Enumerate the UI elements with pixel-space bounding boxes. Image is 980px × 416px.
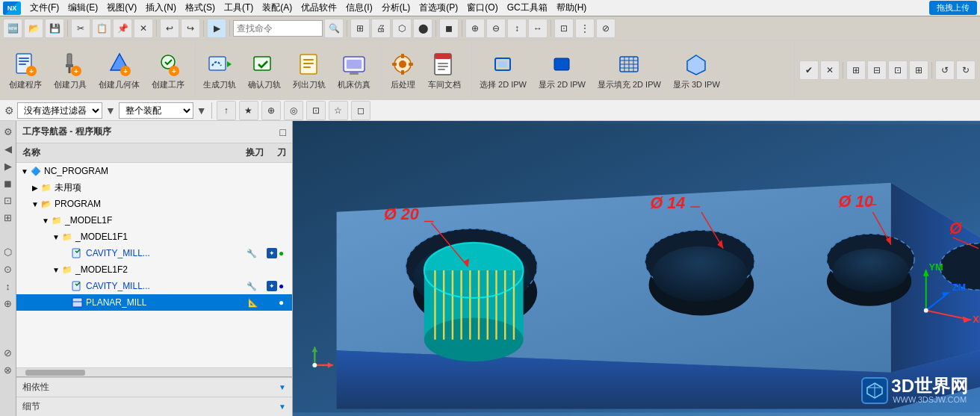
show-2d-fill-ipw-button[interactable]: 显示填充 2D IPW bbox=[593, 48, 666, 93]
undo-button[interactable]: ↩ bbox=[160, 19, 179, 38]
sidebar-icon-1[interactable]: ⚙ bbox=[1, 124, 16, 139]
panel-close-button[interactable]: □ bbox=[280, 126, 286, 138]
viewport[interactable]: Ø 20 Ø 14 Ø 10 Ø YM ZM bbox=[293, 121, 980, 416]
right-tb-btn1[interactable]: ✔ bbox=[799, 60, 819, 80]
open-button[interactable]: 📂 bbox=[24, 19, 43, 38]
expand-nc-program[interactable]: ▼ bbox=[19, 167, 30, 176]
expand-program[interactable]: ▼ bbox=[30, 200, 40, 208]
redo-button[interactable]: ↪ bbox=[181, 19, 200, 38]
tree-item-model1f2[interactable]: ▼ 📁 _MODEL1F2 bbox=[16, 261, 292, 278]
right-tb-btn8[interactable]: ↻ bbox=[956, 60, 976, 80]
machine-simulation-button[interactable]: 机床仿真 bbox=[333, 48, 375, 93]
view-btn4[interactable]: ⬤ bbox=[413, 19, 432, 38]
menu-info[interactable]: 信息(I) bbox=[341, 0, 376, 16]
right-tb-btn2[interactable]: ✕ bbox=[820, 60, 840, 80]
sidebar-icon-4[interactable]: ◼ bbox=[1, 176, 16, 190]
tree-item-model1f1[interactable]: ▼ 📁 _MODEL1F1 bbox=[16, 229, 292, 245]
filter-btn4[interactable]: ◎ bbox=[284, 101, 303, 120]
sidebar-icon-2[interactable]: ◀ bbox=[1, 141, 16, 156]
filter-btn5[interactable]: ⊡ bbox=[306, 101, 326, 120]
sidebar-icon-12[interactable]: ⊗ bbox=[1, 362, 16, 377]
expand-model1f[interactable]: ▼ bbox=[40, 217, 51, 225]
snap-btn1[interactable]: ⊡ bbox=[554, 19, 574, 38]
tree-item-cavity1[interactable]: CAVITY_MILL... 🔧 ✦ ● bbox=[16, 245, 292, 261]
filter-select[interactable]: 没有选择过滤器 bbox=[17, 102, 102, 119]
menu-view[interactable]: 视图(V) bbox=[102, 0, 141, 16]
list-toolpath-button[interactable]: 列出刀轨 bbox=[288, 48, 330, 93]
snap-btn2[interactable]: ⋮ bbox=[575, 19, 595, 38]
detail-tab[interactable]: 细节 ▼ bbox=[16, 397, 292, 416]
filter-btn1[interactable]: ↑ bbox=[217, 101, 236, 120]
select-2d-ipw-button[interactable]: 选择 2D IPW bbox=[475, 48, 531, 93]
create-geometry-button[interactable]: + 创建几何体 bbox=[94, 48, 144, 93]
filter-btn2[interactable]: ★ bbox=[239, 101, 258, 120]
menu-tools[interactable]: 工具(T) bbox=[220, 0, 258, 16]
view-btn5[interactable]: ◼ bbox=[439, 19, 459, 38]
paste-button[interactable]: 📌 bbox=[113, 19, 132, 38]
create-program-button[interactable]: + 创建程序 bbox=[4, 48, 46, 93]
scrollbar-thumb[interactable] bbox=[25, 370, 85, 376]
create-operation-button[interactable]: + 创建工序 bbox=[147, 48, 189, 93]
filter-btn3[interactable]: ⊕ bbox=[261, 101, 281, 120]
show-2d-ipw-button[interactable]: 显示 2D IPW bbox=[534, 48, 590, 93]
show-3d-ipw-button[interactable]: 显示 3D IPW bbox=[669, 48, 725, 93]
menu-analysis[interactable]: 分析(L) bbox=[377, 0, 415, 16]
save-button[interactable]: 💾 bbox=[45, 19, 64, 38]
copy-button[interactable]: 📋 bbox=[92, 19, 111, 38]
sidebar-icon-5[interactable]: ⊡ bbox=[1, 193, 16, 208]
menu-gctoolbox[interactable]: GC工具箱 bbox=[503, 0, 552, 16]
sidebar-icon-7[interactable]: ⬡ bbox=[1, 244, 16, 259]
view-btn9[interactable]: ↔ bbox=[528, 19, 548, 38]
sidebar-icon-8[interactable]: ⊙ bbox=[1, 261, 16, 276]
tree-item-nc-program[interactable]: ▼ 🔷 NC_PROGRAM bbox=[16, 163, 292, 179]
menu-preferences[interactable]: 首选项(P) bbox=[415, 0, 462, 16]
snap-btn3[interactable]: ⊘ bbox=[596, 19, 615, 38]
menu-edit[interactable]: 编辑(E) bbox=[63, 0, 102, 16]
expand-model1f2[interactable]: ▼ bbox=[51, 266, 61, 274]
sidebar-icon-10[interactable]: ⊕ bbox=[1, 296, 16, 311]
view-btn8[interactable]: ↕ bbox=[507, 19, 527, 38]
menu-file[interactable]: 文件(F) bbox=[25, 0, 63, 16]
generate-toolpath-button[interactable]: 生成刀轨 bbox=[199, 48, 241, 93]
filter-btn7[interactable]: ◻ bbox=[351, 101, 370, 120]
select-button[interactable]: ▶ bbox=[207, 19, 226, 38]
sidebar-icon-9[interactable]: ↕ bbox=[1, 279, 16, 294]
right-tb-btn3[interactable]: ⊞ bbox=[846, 60, 866, 80]
tree-item-unused[interactable]: ▶ 📁 未用项 bbox=[16, 179, 292, 196]
dependency-tab[interactable]: 相依性 ▼ bbox=[16, 377, 292, 397]
menu-window[interactable]: 窗口(O) bbox=[462, 0, 502, 16]
right-tb-btn6[interactable]: ⊞ bbox=[909, 60, 928, 80]
cut-button[interactable]: ✂ bbox=[71, 19, 90, 38]
menu-assembly[interactable]: 装配(A) bbox=[258, 0, 297, 16]
settings-icon[interactable]: ⚙ bbox=[4, 105, 14, 117]
filter-btn6[interactable]: ☆ bbox=[329, 101, 348, 120]
view-btn6[interactable]: ⊕ bbox=[465, 19, 485, 38]
tree-scrollbar[interactable] bbox=[16, 367, 292, 376]
tree-item-cavity2[interactable]: CAVITY_MILL... 🔧 ✦ ● bbox=[16, 278, 292, 294]
shop-doc-button[interactable]: 车间文档 bbox=[424, 48, 465, 93]
verify-toolpath-button[interactable]: 确认刀轨 bbox=[244, 48, 285, 93]
expand-model1f1[interactable]: ▼ bbox=[51, 233, 61, 241]
expand-unused[interactable]: ▶ bbox=[30, 184, 40, 192]
menu-insert[interactable]: 插入(N) bbox=[141, 0, 181, 16]
menu-premium[interactable]: 优品软件 bbox=[297, 0, 341, 16]
dropdown-icon[interactable]: ▼ bbox=[105, 105, 116, 117]
post-process-button[interactable]: 后处理 bbox=[385, 48, 421, 93]
menu-format[interactable]: 格式(S) bbox=[181, 0, 220, 16]
sidebar-icon-3[interactable]: ▶ bbox=[1, 158, 16, 173]
right-tb-btn5[interactable]: ⊡ bbox=[888, 60, 908, 80]
right-tb-btn4[interactable]: ⊟ bbox=[867, 60, 887, 80]
right-tb-btn7[interactable]: ↺ bbox=[935, 60, 955, 80]
tree-item-planar[interactable]: PLANAR_MILL 📐 ● bbox=[16, 294, 292, 311]
view-btn2[interactable]: 🖨 bbox=[371, 19, 391, 38]
assembly-dropdown-icon[interactable]: ▼ bbox=[196, 105, 207, 117]
view-btn1[interactable]: ⊞ bbox=[350, 19, 370, 38]
delete-button[interactable]: ✕ bbox=[134, 19, 153, 38]
sidebar-icon-11[interactable]: ⊘ bbox=[1, 345, 16, 360]
sidebar-icon-6[interactable]: ⊞ bbox=[1, 210, 16, 225]
search-icon[interactable]: 🔍 bbox=[324, 19, 344, 38]
create-tool-button[interactable]: + 创建刀具 bbox=[49, 48, 91, 93]
search-input[interactable] bbox=[233, 20, 323, 37]
view-btn3[interactable]: ⬡ bbox=[392, 19, 412, 38]
tree-item-program[interactable]: ▼ 📂 PROGRAM bbox=[16, 196, 292, 212]
